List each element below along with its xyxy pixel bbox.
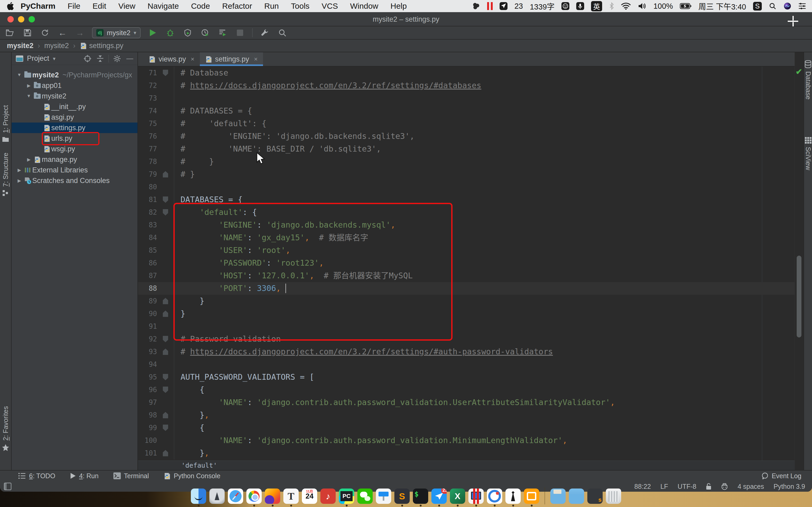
sogou-input-icon[interactable]: S <box>753 2 762 11</box>
code-line-90[interactable]: 90} <box>138 307 795 320</box>
dock-item-tv-app[interactable] <box>524 489 539 506</box>
tool-window-button-project[interactable]: 1: Project <box>0 105 11 142</box>
tree-item-urls-py[interactable]: urls.py <box>12 133 138 144</box>
dock-item-finder[interactable] <box>191 489 206 506</box>
menu-item-navigate[interactable]: Navigate <box>148 2 179 11</box>
fold-end-icon[interactable] <box>163 412 168 418</box>
dock-item-trash[interactable] <box>606 489 621 506</box>
code-line-99[interactable]: 99 { <box>138 421 795 434</box>
profiler-button[interactable] <box>200 27 210 38</box>
dock-item-pycharm[interactable]: PC <box>339 489 354 506</box>
tab-views-py[interactable]: views.py× <box>143 52 200 66</box>
code-line-74[interactable]: 74# DATABASES = { <box>138 105 795 117</box>
fold-end-icon[interactable] <box>163 450 168 456</box>
code-line-81[interactable]: 81DATABASES = { <box>138 193 795 206</box>
apple-menu-icon[interactable] <box>7 2 14 10</box>
spotlight-search-icon[interactable] <box>769 2 776 10</box>
tree-item-wsgi-py[interactable]: wsgi.py <box>12 144 138 154</box>
code-line-93[interactable]: 93# https://docs.djangoproject.com/en/3.… <box>138 345 795 358</box>
menu-item-refactor[interactable]: Refactor <box>222 2 252 11</box>
dock-item-dark-doc[interactable] <box>587 489 603 506</box>
dock-item-dingtalk[interactable]: 23 <box>432 489 447 506</box>
toolwindow-button-6-todo[interactable]: 6: TODO <box>18 472 55 480</box>
fold-start-icon[interactable] <box>163 387 168 393</box>
run-configuration-selector[interactable]: dj mysite2 ▾ <box>92 27 141 38</box>
code-line-79[interactable]: 79# } <box>138 168 795 181</box>
menu-clock[interactable]: 周三 下午3:40 <box>698 1 746 12</box>
back-navigation-icon[interactable]: ← <box>57 27 68 38</box>
code-line-84[interactable]: 84 'NAME': 'gx_day15', # 数据库名字 <box>138 231 795 244</box>
menu-item-view[interactable]: View <box>118 2 135 11</box>
editor-scrollbar-thumb[interactable] <box>797 256 801 337</box>
tool-window-button-database[interactable]: Database <box>804 60 812 100</box>
dock-item-sublime-text[interactable]: S <box>394 489 410 506</box>
save-all-icon[interactable] <box>22 27 33 38</box>
close-tab-icon[interactable]: × <box>254 55 258 63</box>
code-line-73[interactable]: 73 <box>138 92 795 105</box>
menu-item-pycharm[interactable]: PyCharm <box>20 2 55 11</box>
editor-breadcrumb-bar[interactable]: 'default' <box>138 460 795 470</box>
code-line-86[interactable]: 86 'PASSWORD': 'root123', <box>138 257 795 269</box>
gear-icon[interactable] <box>113 55 121 63</box>
run-button[interactable] <box>148 27 158 38</box>
code-line-95[interactable]: 95AUTH_PASSWORD_VALIDATORS = [ <box>138 371 795 383</box>
volume-icon[interactable] <box>638 2 647 10</box>
code-line-101[interactable]: 101 }, <box>138 447 795 459</box>
run-with-coverage-button[interactable] <box>183 27 193 38</box>
dock-item-calendar[interactable]: 2411月 <box>302 489 317 506</box>
tree-expand-arrow[interactable]: ▶ <box>15 178 23 183</box>
wifi-icon[interactable] <box>621 2 631 10</box>
tree-item-manage-py[interactable]: ▶manage.py <box>12 154 138 165</box>
dock-item-parallels[interactable] <box>468 489 484 506</box>
chevron-down-icon[interactable]: ▾ <box>53 55 55 62</box>
tree-expand-arrow[interactable]: ▶ <box>15 167 23 173</box>
microphone-icon[interactable] <box>576 2 584 10</box>
tree-expand-arrow[interactable]: ▼ <box>25 94 33 99</box>
breadcrumb-item[interactable]: mysite2 <box>44 42 69 50</box>
tree-expand-arrow[interactable]: ▶ <box>25 157 33 162</box>
code-line-83[interactable]: 83 'ENGINE': 'django.db.backends.mysql', <box>138 219 795 231</box>
dock-item-todesk[interactable] <box>487 489 502 506</box>
menu-item-window[interactable]: Window <box>350 2 378 11</box>
wrench-settings-icon[interactable] <box>260 27 270 38</box>
code-viewport[interactable]: 71# Database72# https://docs.djangoproje… <box>138 66 795 460</box>
fold-start-icon[interactable] <box>163 336 168 342</box>
recording-pause-icon[interactable] <box>487 2 493 10</box>
code-line-94[interactable]: 94 <box>138 358 795 371</box>
tree-item-app01[interactable]: ▶app01 <box>12 80 138 91</box>
siri-icon[interactable] <box>783 2 792 10</box>
editor-breadcrumb-item[interactable]: 'default' <box>181 462 217 469</box>
toolwindow-button-event-log[interactable]: Event Log <box>762 472 812 480</box>
dock-item-terminal[interactable]: $ <box>413 489 428 506</box>
tab-settings-py[interactable]: settings.py× <box>200 52 263 66</box>
tool-window-button-structure[interactable]: 7: Structure <box>0 153 11 196</box>
fold-end-icon[interactable] <box>163 349 168 355</box>
dock-item-alfred[interactable] <box>505 489 521 506</box>
code-line-75[interactable]: 75# 'default': { <box>138 117 795 130</box>
dock-item-folder-docs[interactable] <box>550 489 566 506</box>
fan-app-icon[interactable] <box>472 2 480 10</box>
dock-item-typora[interactable]: T <box>283 489 299 506</box>
fold-start-icon[interactable] <box>163 374 168 380</box>
tool-window-button-favorites[interactable]: 2: Favorites <box>0 406 11 451</box>
code-line-85[interactable]: 85 'USER': 'root', <box>138 244 795 257</box>
fold-start-icon[interactable] <box>163 70 168 76</box>
emoji-app-icon[interactable] <box>561 2 569 10</box>
code-line-96[interactable]: 96 { <box>138 383 795 396</box>
code-line-89[interactable]: 89 } <box>138 295 795 307</box>
breadcrumb-item[interactable]: settings.py <box>80 42 123 50</box>
toolwindow-button-terminal[interactable]: Terminal <box>113 472 149 480</box>
input-method-badge[interactable]: 英 <box>591 1 602 11</box>
dingtalk-menu-icon[interactable] <box>500 2 507 10</box>
locate-file-icon[interactable] <box>83 55 92 63</box>
menu-item-tools[interactable]: Tools <box>291 2 309 11</box>
fold-start-icon[interactable] <box>163 425 168 431</box>
collapse-all-icon[interactable] <box>96 55 105 62</box>
tree-item-mysite2[interactable]: ▼mysite2 <box>12 91 138 101</box>
toolwindow-button-python-console[interactable]: Python Console <box>164 472 220 480</box>
dock-item-netease-music[interactable]: ♪ <box>320 489 336 506</box>
code-line-87[interactable]: 87 'HOST': '127.0.0.1', # 那台机器安装了MySQL <box>138 269 795 282</box>
code-line-72[interactable]: 72# https://docs.djangoproject.com/en/3.… <box>138 79 795 92</box>
fold-end-icon[interactable] <box>163 311 168 317</box>
dock-item-keynote[interactable] <box>376 489 391 506</box>
